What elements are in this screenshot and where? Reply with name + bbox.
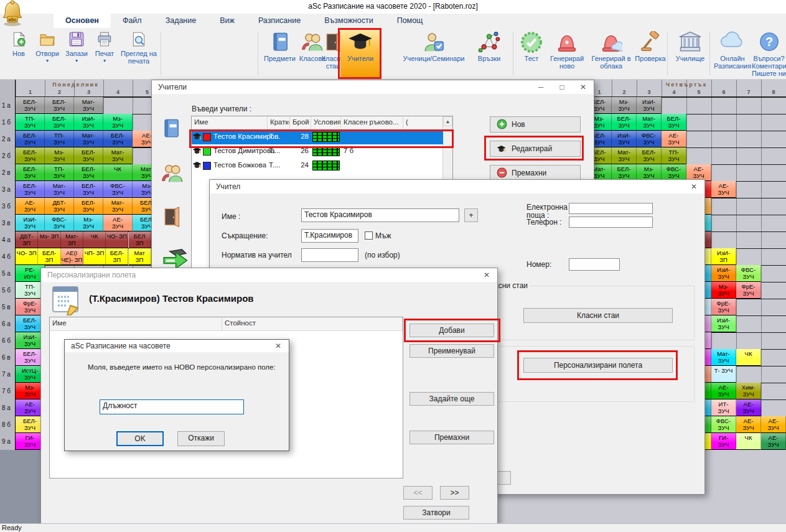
classrooms-door-icon[interactable] [162,206,188,232]
lesson-cell[interactable]: БЕЛ- ЗУЧ [74,164,103,181]
lesson-cell[interactable]: Хим- ЗУЧ [736,383,761,399]
tab-Основен[interactable]: Основен [54,14,111,28]
lesson-cell[interactable]: БЕЛ- ЗУЧ [16,147,45,164]
lesson-cell[interactable]: БЕЛ- ЗУЧ [16,164,45,181]
toolbar-button-Печат[interactable]: Печат▾ [91,29,118,63]
toolbar-button-Връзки[interactable]: Връзки [469,29,509,62]
chevron-down-icon[interactable]: ▾ [91,58,118,63]
cancel-button[interactable]: Откажи [177,431,225,446]
close-icon[interactable]: ✕ [476,268,497,282]
new-teacher-button[interactable]: Нов [490,116,581,133]
teacher-row[interactable]: Тестов КрасимировТ....28 [192,130,443,144]
lesson-cell[interactable]: ИзИ- ЗУЧ [711,265,736,282]
minimize-icon[interactable]: ─ [530,80,551,94]
lesson-cell[interactable]: Мз- ЗУЧ [103,114,133,131]
ok-button[interactable]: OK [116,431,164,446]
lesson-cell[interactable]: Мз- ЗУЧ [637,164,662,181]
lesson-cell[interactable]: ЧО- ЗП [16,248,38,265]
lesson-cell[interactable]: ФВС- ЗУЧ [711,416,736,433]
lesson-cell[interactable]: БЕЛ- ЗУЧ [612,114,637,131]
prev-record-button[interactable]: << [403,486,433,500]
list-column-header[interactable]: Кратко [268,116,290,130]
lesson-cell[interactable]: БЕЛ- ЗУЧ [637,147,662,164]
lesson-cell[interactable]: ФВС- ЗУЧ [45,215,74,231]
lesson-cell[interactable]: БЕЛ ЗП [129,231,151,248]
lesson-cell[interactable]: ФрЕ- ЗУЧ [711,299,736,315]
toolbar-button-Училище[interactable]: Училище [671,29,709,62]
maximize-icon[interactable]: □ [551,80,573,94]
lesson-cell[interactable]: Мз- ЗП [38,231,60,248]
new-field-name-input[interactable]: Длъжност [100,399,244,414]
lesson-cell[interactable]: БЕЛ- ЗУЧ [103,131,133,147]
toolbar-button-Учители[interactable]: Учители [340,29,380,78]
chevron-down-icon[interactable]: ▾ [62,58,91,63]
column-header-name[interactable]: Име [50,317,222,331]
teacher-row[interactable]: Тестов ДимитроваТ....267 б [192,144,443,159]
column-header-value[interactable]: Стойност [222,317,403,331]
list-column-header[interactable]: Условия [311,116,341,130]
lesson-cell[interactable]: Мат- ЗУЧ [103,198,133,215]
lesson-cell[interactable]: БЕЛ- ЗУЧ [16,97,45,114]
toolbar-button-Предмети[interactable]: Предмети [262,29,297,62]
lesson-cell[interactable]: ФВС- ЗУЧ [662,164,686,181]
lesson-cell[interactable]: ЧО- ЗП [106,231,128,248]
toolbar-button-Генерирай[interactable]: Генерирай в облака [589,29,634,70]
list-column-header[interactable]: Име [192,116,268,130]
lesson-cell[interactable]: АЕ- ЗУЧ [103,215,133,231]
lesson-cell[interactable]: ЧК [736,433,761,450]
lesson-cell[interactable]: Мат- ЗУЧ [103,147,133,164]
lesson-cell[interactable]: БЕЛ- ЗУЧ [45,114,74,131]
lesson-cell[interactable]: БЕЛ- ЗУЧ [74,198,103,215]
abbreviation-field[interactable]: Т.Красимиров [301,229,358,243]
lesson-cell[interactable]: ИзИ- ЗП [711,248,736,265]
scroll-up-icon[interactable]: ▲ [443,116,452,126]
toolbar-button-Отвори[interactable]: Отвори▾ [32,29,62,63]
close-icon[interactable]: ✕ [573,80,594,94]
lesson-cell[interactable]: Мз- ЗУЧ [45,147,74,164]
chevron-down-icon[interactable]: ▾ [32,58,62,63]
lesson-cell[interactable]: Мат- ЗУЧ [74,131,103,147]
lesson-cell[interactable]: Мат- ЗУЧ [45,181,74,198]
toolbar-button-Ученици/Семинари[interactable]: Ученици/Семинари [397,29,470,62]
close-icon[interactable]: ✕ [683,180,704,194]
lesson-cell[interactable]: ЧП- ЗП [83,248,106,265]
lesson-cell[interactable]: АЕ- ЗУЧ [711,383,736,399]
lesson-cell[interactable]: Мат ЗП [129,248,151,265]
classes-people-icon[interactable] [162,162,188,189]
lesson-cell[interactable]: ЧК [103,164,133,181]
lesson-cell[interactable]: Мат- ЗУЧ [637,114,662,131]
lesson-cell[interactable]: Мз- ЗУЧ [612,97,637,114]
remove-field-button[interactable]: Премахни [409,431,494,444]
phone-field[interactable] [569,217,653,228]
list-column-header[interactable]: Брой [290,116,311,130]
toolbar-button-Нов[interactable]: Нов [5,29,32,57]
list-column-header[interactable]: ( [403,116,443,130]
lesson-cell[interactable]: АЕ- ЗУЧ [662,131,686,147]
teacher-row[interactable]: Тестов БожковаТ....24 [192,159,443,173]
next-record-button[interactable]: >> [440,486,469,500]
lesson-cell[interactable]: АЕ- ЗУЧ [711,181,736,198]
lesson-cell[interactable]: ИзИ- ЗУЧ [74,114,103,131]
add-field-button[interactable]: Добави [409,324,494,337]
close-icon[interactable]: ✕ [268,340,289,352]
set-more-button[interactable]: Задайте още [409,392,494,406]
toolbar-button-Тест[interactable]: Тест [517,29,546,62]
toolbar-button-Въпроси?[interactable]: ?Въпроси? Коментари? Пишете ни [752,29,786,77]
custom-fields-dialog-titlebar[interactable]: Персонализирани полета ✕ [41,268,497,282]
lesson-cell[interactable]: АЕ- ЗУЧ [16,198,45,215]
lesson-cell[interactable]: ИТ- ЗУЧ [711,399,736,416]
lesson-cell[interactable]: БЕЛ- ЗУЧ [612,164,637,181]
lesson-cell[interactable]: БЕЛ- ЗУЧ [74,147,103,164]
tab-Помощ[interactable]: Помощ [385,14,435,28]
subjects-book-icon[interactable] [162,118,188,144]
tab-Виж[interactable]: Виж [208,14,246,28]
toolbar-button-Проверка[interactable]: Проверка [632,29,668,62]
lesson-cell[interactable]: АЕ- ЗУЧ [761,416,786,433]
lesson-cell[interactable]: ЧК [83,231,106,248]
classrooms-button[interactable]: Класни стаи [523,308,673,323]
quota-field[interactable] [301,248,358,262]
tab-Задание[interactable]: Задание [154,14,208,28]
number-field[interactable] [569,258,620,271]
lesson-cell[interactable]: АЕ- ЗУЧ [686,164,711,181]
lesson-cell[interactable]: БЕЛ- ЗУЧ [16,131,45,147]
